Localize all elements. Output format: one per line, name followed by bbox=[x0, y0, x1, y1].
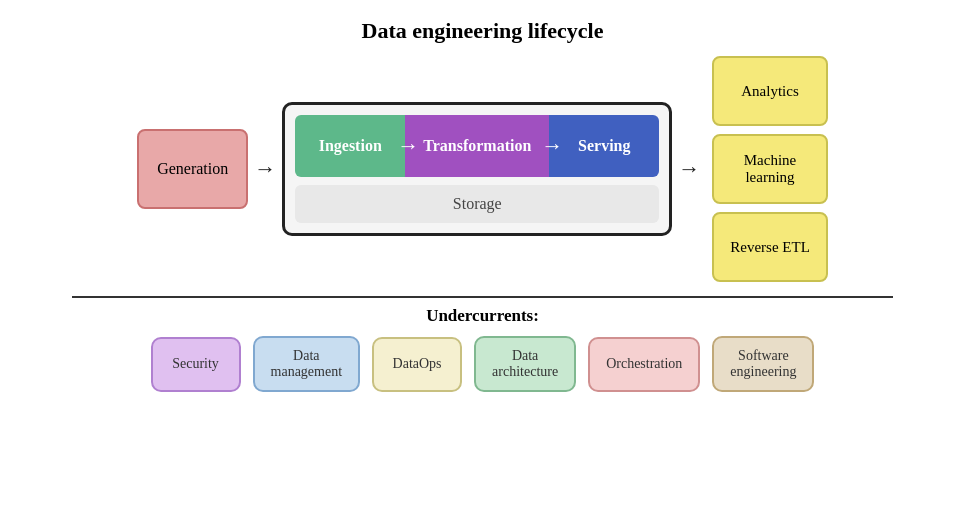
undercurrent-data-management: Datamanagement bbox=[253, 336, 361, 392]
undercurrent-orchestration: Orchestration bbox=[588, 337, 700, 392]
arrow-pipeline-to-outputs: → bbox=[672, 156, 706, 182]
serving-label: Serving bbox=[578, 137, 630, 155]
outputs-area: Analytics Machinelearning Reverse ETL bbox=[712, 56, 828, 282]
output-reverse-etl: Reverse ETL bbox=[712, 212, 828, 282]
serving-box: Serving bbox=[549, 115, 659, 177]
undercurrent-dataops: DataOps bbox=[372, 337, 462, 392]
ingestion-arrow-icon: → bbox=[397, 133, 419, 159]
undercurrents-title: Undercurrents: bbox=[426, 306, 539, 326]
pipeline-top: Ingestion → Transformation → Serving bbox=[295, 115, 659, 177]
section-divider bbox=[72, 296, 892, 298]
undercurrents-section: Undercurrents: Security Datamanagement D… bbox=[0, 306, 965, 392]
page-title: Data engineering lifecycle bbox=[362, 18, 604, 44]
transformation-box: Transformation → bbox=[405, 115, 549, 177]
ingestion-label: Ingestion bbox=[319, 137, 382, 155]
ingestion-box: Ingestion → bbox=[295, 115, 405, 177]
output-analytics: Analytics bbox=[712, 56, 828, 126]
undercurrent-software-engineering: Softwareengineering bbox=[712, 336, 814, 392]
undercurrent-security: Security bbox=[151, 337, 241, 392]
transformation-arrow-icon: → bbox=[541, 133, 563, 159]
storage-box: Storage bbox=[295, 185, 659, 223]
pipeline-container: Ingestion → Transformation → Serving Sto… bbox=[282, 102, 672, 236]
undercurrent-data-architecture: Dataarchitecture bbox=[474, 336, 576, 392]
diagram-area: Generation → Ingestion → Transformation … bbox=[0, 56, 965, 282]
generation-box: Generation bbox=[137, 129, 248, 209]
arrow-gen-to-pipeline: → bbox=[248, 156, 282, 182]
transformation-label: Transformation bbox=[423, 137, 531, 155]
undercurrents-boxes: Security Datamanagement DataOps Dataarch… bbox=[151, 336, 815, 392]
output-machine-learning: Machinelearning bbox=[712, 134, 828, 204]
